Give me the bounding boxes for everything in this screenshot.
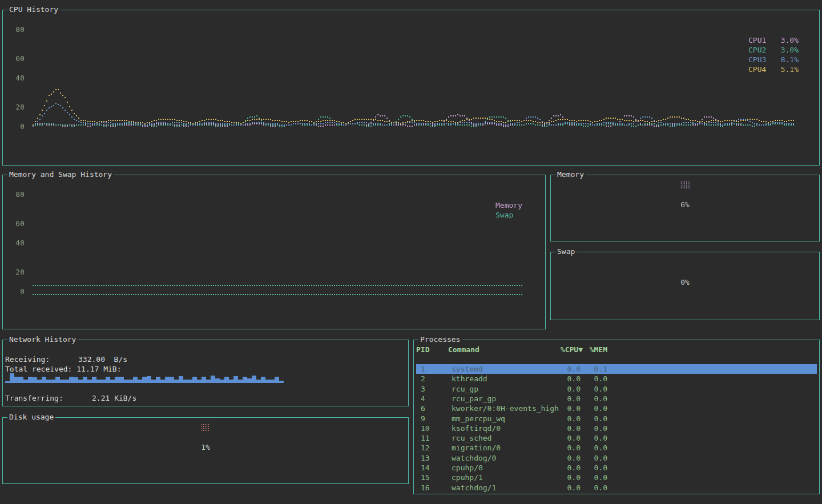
y-axis-tick: 40 [7,74,25,83]
cpu-legend-item: CPU38.1% [748,55,799,64]
process-command: kthreadd [452,374,487,384]
process-mem: 0.0 [583,394,607,404]
disk-usage-dots-icon [201,424,209,431]
network-transferring-value: 2.21 KiB/s [92,394,136,403]
disk-usage-title: Disk usage [7,413,55,422]
cpu-history-panel: CPU History 806040200 CPU13.0%CPU23.0%CP… [2,10,820,166]
mem-swap-legend-item: Memory [495,200,522,210]
process-row[interactable]: 2kthreadd0.00.0 [416,374,817,384]
process-command: watchdog/0 [452,453,496,463]
process-mem: 0.1 [583,364,607,374]
process-command: kworker/0:0H-events_high [452,404,559,413]
cpu-legend-value: 5.1% [781,64,799,74]
process-cpu: 0.0 [557,433,581,443]
network-receiving-graph [3,340,407,405]
column-mem[interactable]: %MEM [583,345,607,354]
process-cpu: 0.0 [557,443,581,453]
cpu-legend-name: CPU2 [748,45,766,55]
cpu-legend-item: CPU13.0% [748,35,799,45]
process-cpu: 0.0 [557,414,581,424]
process-pid: 10 [421,424,430,433]
process-row[interactable]: 4rcu_par_gp0.00.0 [416,394,817,404]
process-command: mm_percpu_wq [452,414,505,424]
cpu-legend-name: CPU3 [748,55,766,64]
y-axis-tick: 20 [7,103,25,112]
processes-title: Processes [418,335,462,344]
cpu-legend-item: CPU23.0% [748,45,799,55]
cpu-legend-value: 3.0% [781,45,799,55]
process-pid: 3 [421,384,425,394]
mem-swap-history-chart [3,175,544,328]
system-monitor-screen: CPU History 806040200 CPU13.0%CPU23.0%CP… [0,0,822,504]
process-row[interactable]: 6kworker/0:0H-events_high0.00.0 [416,404,817,413]
process-command: cpuhp/0 [452,463,483,473]
processes-panel: Processes PID Command %CPU▼ %MEM 1system… [413,340,820,494]
process-row[interactable]: 11rcu_sched0.00.0 [416,433,817,443]
process-mem: 0.0 [583,433,607,443]
process-command: rcu_par_gp [452,394,496,404]
process-cpu: 0.0 [557,374,581,384]
cpu-legend-value: 8.1% [781,55,799,64]
process-mem: 0.0 [583,473,607,482]
memory-title: Memory [555,170,586,179]
disk-usage-panel: Disk usage 1% [2,417,409,484]
process-command: rcu_gp [452,384,478,394]
process-table-header: PID Command %CPU▼ %MEM [414,345,819,354]
process-cpu: 0.0 [557,483,581,493]
cpu-legend-value: 3.0% [781,35,799,45]
process-mem: 0.0 [583,463,607,473]
process-pid: 4 [421,394,425,404]
process-pid: 13 [421,453,430,463]
network-transferring-label: Transferring: [5,394,63,403]
column-pid[interactable]: PID [416,345,429,354]
process-command: watchdog/1 [452,483,496,493]
memory-usage-dots-icon [680,181,691,188]
cpu-legend-name: CPU1 [748,35,766,45]
process-row[interactable]: 3rcu_gp0.00.0 [416,384,817,394]
y-axis-tick: 0 [7,287,25,296]
mem-swap-legend: MemorySwap [495,200,522,220]
process-mem: 0.0 [583,374,607,384]
process-mem: 0.0 [583,414,607,424]
process-pid: 15 [421,473,430,482]
y-axis-tick: 80 [7,25,25,34]
disk-percent: 1% [3,443,408,451]
process-cpu: 0.0 [557,384,581,394]
column-command[interactable]: Command [448,345,480,354]
process-pid: 12 [421,443,430,453]
process-pid: 11 [421,433,430,443]
process-row[interactable]: 9mm_percpu_wq0.00.0 [416,414,817,424]
process-mem: 0.0 [583,424,607,433]
y-axis-tick: 20 [7,268,25,277]
process-row[interactable]: 10ksoftirqd/00.00.0 [416,424,817,433]
network-history-panel: Network History Receiving: 332.00 B/s To… [2,340,409,406]
mem-swap-legend-item: Swap [495,210,522,220]
column-cpu[interactable]: %CPU▼ [551,345,583,354]
process-pid: 6 [421,404,425,413]
process-pid: 1 [421,364,425,374]
process-cpu: 0.0 [557,424,581,433]
swap-panel: Swap 0% [550,252,820,320]
process-mem: 0.0 [583,453,607,463]
process-row[interactable]: 12migration/00.00.0 [416,443,817,453]
process-cpu: 0.0 [557,394,581,404]
process-row[interactable]: 1systemd0.00.1 [416,364,817,374]
process-pid: 14 [421,463,430,473]
process-command: systemd [452,364,483,374]
swap-title: Swap [555,247,577,256]
memory-percent: 6% [551,200,819,209]
mem-swap-history-panel: Memory and Swap History 806040200 Memory… [2,175,546,329]
y-axis-tick: 80 [7,190,25,199]
cpu-legend-name: CPU4 [748,64,766,74]
process-pid: 9 [421,414,425,424]
process-row[interactable]: 14cpuhp/00.00.0 [416,463,817,473]
process-row[interactable]: 15cpuhp/10.00.0 [416,473,817,482]
process-pid: 16 [421,483,430,493]
process-mem: 0.0 [583,443,607,453]
y-axis-tick: 60 [7,219,25,228]
process-command: rcu_sched [452,433,491,443]
process-mem: 0.0 [583,404,607,413]
process-cpu: 0.0 [557,463,581,473]
process-row[interactable]: 16watchdog/10.00.0 [416,483,817,493]
process-row[interactable]: 13watchdog/00.00.0 [416,453,817,463]
